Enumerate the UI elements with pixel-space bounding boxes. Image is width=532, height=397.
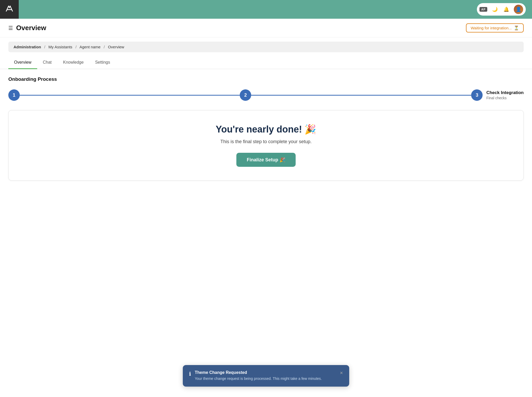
step-3-sublabel: Final checks bbox=[486, 96, 524, 100]
section-title: Onboarding Process bbox=[8, 76, 524, 82]
breadcrumb-admin[interactable]: Administration bbox=[14, 45, 41, 49]
toast-message: Your theme change request is being proce… bbox=[195, 376, 336, 381]
step-1-circle: 1 bbox=[8, 89, 20, 101]
logo-icon bbox=[5, 4, 14, 15]
step-3-title: Check Integration bbox=[486, 90, 524, 95]
breadcrumb-current: Overview bbox=[108, 45, 124, 49]
tab-chat[interactable]: Chat bbox=[37, 56, 57, 69]
notification-icon[interactable]: 🔔 bbox=[502, 5, 510, 13]
completion-heading: You're nearly done! 🎉 bbox=[19, 124, 513, 135]
top-bar-pill: AP 🌙 🔔 👤 bbox=[477, 3, 526, 16]
completion-subtext: This is the final step to complete your … bbox=[19, 139, 513, 144]
toast-notification: ℹ Theme Change Requested Your theme chan… bbox=[183, 365, 349, 387]
ap-badge[interactable]: AP bbox=[479, 7, 487, 12]
toast-info-icon: ℹ bbox=[189, 371, 191, 377]
avatar[interactable]: 👤 bbox=[514, 5, 523, 14]
step-line-1 bbox=[20, 95, 240, 96]
completion-card: You're nearly done! 🎉 This is the final … bbox=[8, 110, 524, 181]
toast-content: Theme Change Requested Your theme change… bbox=[195, 370, 336, 381]
tab-overview[interactable]: Overview bbox=[8, 56, 37, 69]
breadcrumb-sep2: / bbox=[75, 45, 76, 49]
breadcrumb: Administration / My Assistants / Agent n… bbox=[8, 42, 524, 52]
tab-knowledge[interactable]: Knowledge bbox=[57, 56, 89, 69]
step-3-label: Check Integration Final checks bbox=[486, 90, 524, 100]
breadcrumb-sep3: / bbox=[104, 45, 105, 49]
sub-header-left: ☰ Overview bbox=[8, 24, 46, 32]
sub-header: ☰ Overview Waiting for integration... ⏳ bbox=[0, 19, 532, 37]
hourglass-icon: ⏳ bbox=[514, 25, 519, 30]
breadcrumb-assistants[interactable]: My Assistants bbox=[48, 45, 72, 49]
tab-settings[interactable]: Settings bbox=[89, 56, 116, 69]
step-line-2 bbox=[251, 95, 471, 96]
page-title: Overview bbox=[16, 24, 46, 32]
toast-title: Theme Change Requested bbox=[195, 370, 336, 375]
step-3-circle: 3 bbox=[471, 89, 483, 101]
finalize-setup-button[interactable]: Finalize Setup 🎉 bbox=[236, 153, 296, 167]
integration-badge-text: Waiting for integration... bbox=[471, 26, 512, 30]
content-area: Onboarding Process 1 2 3 Check Integrati… bbox=[0, 69, 532, 188]
toast-close-button[interactable]: × bbox=[340, 370, 343, 375]
logo-area[interactable] bbox=[0, 0, 19, 19]
hamburger-button[interactable]: ☰ bbox=[8, 25, 13, 31]
integration-badge[interactable]: Waiting for integration... ⏳ bbox=[466, 23, 524, 32]
dark-mode-icon[interactable]: 🌙 bbox=[491, 5, 499, 13]
top-bar-right: AP 🌙 🔔 👤 bbox=[477, 3, 526, 16]
breadcrumb-agent[interactable]: Agent name bbox=[80, 45, 101, 49]
tabs-row: Overview Chat Knowledge Settings bbox=[0, 56, 532, 69]
main-layout: ☰ Overview Waiting for integration... ⏳ … bbox=[0, 19, 532, 397]
stepper: 1 2 3 Check Integration Final checks bbox=[8, 89, 524, 101]
breadcrumb-sep1: / bbox=[44, 45, 45, 49]
top-bar: AP 🌙 🔔 👤 bbox=[0, 0, 532, 19]
step-2-circle: 2 bbox=[240, 89, 251, 101]
